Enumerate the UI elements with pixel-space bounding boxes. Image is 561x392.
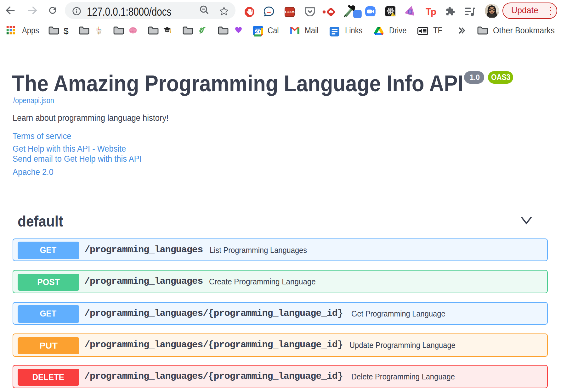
svg-text:27: 27 (255, 28, 261, 34)
